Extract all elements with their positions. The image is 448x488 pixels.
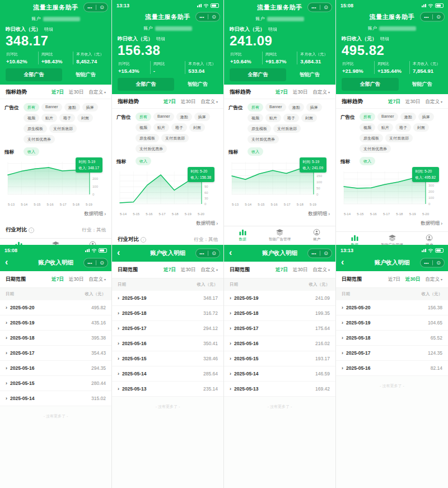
adslot-pill[interactable]: 格子 xyxy=(59,114,75,122)
miniprogram-capsule[interactable]: ••• ⊙ xyxy=(195,249,220,258)
miniprogram-capsule[interactable]: ••• ⊙ xyxy=(307,249,332,258)
more-icon[interactable]: ••• xyxy=(87,6,92,10)
adslot-pill[interactable]: 支付后底部 xyxy=(49,124,77,133)
range-tab[interactable]: 自定义▾ xyxy=(88,89,106,96)
adslot-pill[interactable]: 格子 xyxy=(395,123,411,132)
exit-icon[interactable]: ⊙ xyxy=(100,261,104,266)
income-detail-link[interactable]: 明细 xyxy=(156,36,165,42)
miniprogram-capsule[interactable]: ••• ⊙ xyxy=(83,3,108,12)
more-icon[interactable]: ••• xyxy=(199,15,204,19)
table-row[interactable]: ›2025-05-19104.65 xyxy=(336,315,448,331)
adslot-pill[interactable]: 所有 xyxy=(24,103,39,111)
range-tab[interactable]: 近30日 xyxy=(405,99,420,105)
tab-data[interactable]: 数据 xyxy=(336,234,374,245)
adslot-pill[interactable]: 支付后底部 xyxy=(161,134,189,142)
adslot-pill[interactable]: 支付后底部 xyxy=(385,134,413,142)
adslot-pill[interactable]: 支付后底部 xyxy=(273,124,301,133)
range-tab[interactable]: 自定义▾ xyxy=(200,267,218,273)
tab-smart-ads[interactable]: 智能广告管理 xyxy=(261,229,298,242)
adslot-pill[interactable]: 贴片 xyxy=(41,114,57,122)
metric-pill-income[interactable]: 收入 xyxy=(248,147,263,156)
table-row[interactable]: ›2025-05-17294.12 xyxy=(112,321,223,336)
adslot-pill[interactable]: 格子 xyxy=(283,114,299,122)
info-icon[interactable]: i xyxy=(141,237,146,243)
exit-icon[interactable]: ⊙ xyxy=(324,5,328,10)
income-detail-link[interactable]: 明细 xyxy=(380,36,389,42)
more-icon[interactable]: ••• xyxy=(424,15,429,19)
adslot-pill[interactable]: Banner xyxy=(153,113,174,121)
range-tab[interactable]: 近30日 xyxy=(69,89,83,96)
tab-account[interactable]: 账户 xyxy=(410,234,448,245)
more-icon[interactable]: ••• xyxy=(311,6,316,10)
adslot-pill[interactable]: 原生模板 xyxy=(24,124,47,133)
table-row[interactable]: ›2025-05-18199.35 xyxy=(224,306,335,321)
income-detail-link[interactable]: 明细 xyxy=(44,26,53,32)
adslot-pill[interactable]: 视频 xyxy=(360,123,375,132)
tab-data[interactable]: 数据 xyxy=(0,241,37,245)
range-tab[interactable]: 近7日 xyxy=(52,276,64,283)
range-tab[interactable]: 近7日 xyxy=(388,99,400,105)
back-icon[interactable]: ‹ xyxy=(117,248,120,257)
miniprogram-capsule[interactable]: ••• ⊙ xyxy=(195,12,220,22)
table-row[interactable]: ›2025-05-14315.02 xyxy=(0,391,111,406)
table-row[interactable]: ›2025-05-1682.14 xyxy=(336,361,448,376)
adslot-pill[interactable]: 激励 xyxy=(64,103,80,111)
exit-icon[interactable]: ⊙ xyxy=(436,15,441,20)
account-row[interactable]: 账户 xyxy=(112,24,223,32)
table-row[interactable]: ›2025-05-18316.72 xyxy=(112,306,223,321)
table-row[interactable]: ›2025-05-13235.14 xyxy=(112,382,223,397)
range-tab[interactable]: 自定义▾ xyxy=(425,276,442,283)
adslot-pill[interactable]: 原生模板 xyxy=(248,124,271,133)
adslot-pill[interactable]: 所有 xyxy=(248,103,263,111)
exit-icon[interactable]: ⊙ xyxy=(100,5,104,10)
data-detail-link[interactable]: 数据明细 › xyxy=(112,217,223,231)
metric-pill-income[interactable]: 收入 xyxy=(360,157,375,165)
smart-ads-button[interactable]: 智能广告 xyxy=(66,71,106,78)
account-row[interactable]: 账户 xyxy=(336,24,448,32)
account-row[interactable]: 账户 xyxy=(0,15,111,23)
adslot-pill[interactable]: 贴片 xyxy=(153,123,169,132)
adslot-pill[interactable]: 原生模板 xyxy=(360,134,383,142)
table-row[interactable]: ›2025-05-17124.35 xyxy=(336,346,448,361)
adslot-pill[interactable]: 支付后优惠券 xyxy=(136,145,167,153)
smart-ads-button[interactable]: 智能广告 xyxy=(402,81,443,88)
range-tab[interactable]: 近7日 xyxy=(52,89,64,96)
table-row[interactable]: ›2025-05-16294.35 xyxy=(0,361,111,376)
range-tab[interactable]: 近7日 xyxy=(164,267,176,273)
table-row[interactable]: ›2025-05-16350.41 xyxy=(112,336,223,351)
range-tab[interactable]: 自定义▾ xyxy=(425,99,442,105)
exit-icon[interactable]: ⊙ xyxy=(212,251,216,256)
more-icon[interactable]: ••• xyxy=(424,261,429,265)
all-ads-button[interactable]: 全部广告 xyxy=(342,78,399,91)
table-row[interactable]: ›2025-05-19241.09 xyxy=(224,291,335,306)
adslot-pill[interactable]: 贴片 xyxy=(377,123,393,132)
industry-compare-section[interactable]: 行业对比 i 行业：其他 xyxy=(0,222,111,238)
adslot-pill[interactable]: 封面 xyxy=(77,114,93,122)
adslot-pill[interactable]: 激励 xyxy=(176,113,192,121)
table-row[interactable]: ›2025-05-19435.16 xyxy=(0,315,111,331)
range-tab[interactable]: 自定义▾ xyxy=(88,276,106,283)
smart-ads-button[interactable]: 智能广告 xyxy=(178,81,218,88)
table-row[interactable]: ›2025-05-14146.59 xyxy=(224,366,335,382)
range-tab[interactable]: 近30日 xyxy=(293,89,307,96)
smart-ads-button[interactable]: 智能广告 xyxy=(290,71,330,78)
miniprogram-capsule[interactable]: ••• ⊙ xyxy=(83,258,108,268)
adslot-pill[interactable]: 封面 xyxy=(301,114,317,122)
metric-pill-income[interactable]: 收入 xyxy=(24,147,39,156)
table-row[interactable]: ›2025-05-20156.38 xyxy=(336,300,448,315)
adslot-pill[interactable]: 格子 xyxy=(171,123,187,132)
adslot-pill[interactable]: Banner xyxy=(41,103,62,111)
range-tab[interactable]: 近7日 xyxy=(276,89,288,96)
tab-smart-ads[interactable]: 智能广告管理 xyxy=(374,234,411,245)
table-row[interactable]: ›2025-05-20495.82 xyxy=(0,300,111,315)
back-icon[interactable]: ‹ xyxy=(341,258,344,267)
range-tab[interactable]: 近7日 xyxy=(388,276,400,283)
table-row[interactable]: ›2025-05-16216.02 xyxy=(224,336,335,351)
table-row[interactable]: ›2025-05-19348.17 xyxy=(112,291,223,306)
adslot-pill[interactable]: 支付后优惠券 xyxy=(24,135,55,143)
data-detail-link[interactable]: 数据明细 › xyxy=(336,217,448,231)
all-ads-button[interactable]: 全部广告 xyxy=(230,68,286,81)
adslot-pill[interactable]: Banner xyxy=(265,103,286,111)
miniprogram-capsule[interactable]: ••• ⊙ xyxy=(307,3,332,12)
adslot-pill[interactable]: 视频 xyxy=(24,114,39,122)
